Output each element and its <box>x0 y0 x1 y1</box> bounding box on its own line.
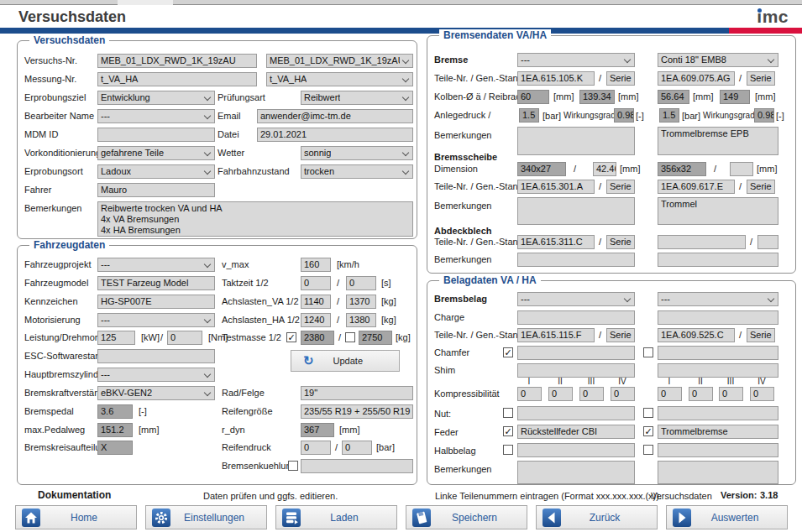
kolben-input-ha-2[interactable]: 149 <box>720 90 750 104</box>
erprobungsziel-select[interactable]: Entwicklung <box>97 91 215 105</box>
dimension-input-ha-1[interactable]: 356x32 <box>658 162 706 176</box>
mdm-id-input[interactable] <box>97 128 215 142</box>
bl-teile-serie-ha[interactable]: Serie <box>747 328 775 342</box>
kompressibilitaet-input-va-2[interactable]: 0 <box>548 387 573 401</box>
nut-input-ha[interactable] <box>658 406 778 420</box>
reifendruck-input-1[interactable]: 0 <box>301 441 331 455</box>
datei-input[interactable]: 29.01.2021 <box>257 128 413 142</box>
bemerkungen-textarea[interactable]: Reibwerte trocken VA und HA 4x VA Bremsu… <box>97 201 413 237</box>
anlegedruck-input-ha[interactable]: 1.5 <box>659 108 679 123</box>
chamfer-input-va[interactable] <box>517 346 635 360</box>
halbbelag-input-ha[interactable] <box>658 443 778 457</box>
motorisierung-select[interactable]: --- <box>97 313 215 327</box>
esc-input[interactable] <box>97 349 215 363</box>
wetter-select[interactable]: sonnig <box>301 146 413 160</box>
teile2-serie-ha[interactable]: Serie <box>747 180 775 194</box>
bl-teile-serie-va[interactable]: Serie <box>606 328 635 342</box>
chamfer-checkbox-va[interactable]: ✓ <box>503 347 513 357</box>
messung-nr-select[interactable]: t_VA_HA <box>266 72 413 86</box>
chamfer-checkbox-ha[interactable] <box>643 347 653 357</box>
fahrer-input[interactable]: Mauro <box>97 183 215 197</box>
bremse-select-va[interactable]: --- <box>517 53 635 67</box>
speichern-button[interactable]: Speichern <box>406 505 527 529</box>
teile1-serie-va[interactable]: Serie <box>606 71 635 86</box>
charge-input-va[interactable] <box>517 310 635 325</box>
teile1-serie-ha[interactable]: Serie <box>747 71 775 86</box>
teile3-serie-ha[interactable] <box>757 235 778 249</box>
teile3-serie-va[interactable]: Serie <box>606 235 635 249</box>
testmasse-input-2[interactable]: 2750 <box>359 331 392 345</box>
erprobungsort-select[interactable]: Ladoux <box>97 164 215 179</box>
bremsenkuehlung-checkbox[interactable] <box>288 461 298 471</box>
kolben-input-va-1[interactable]: 60 <box>517 90 549 104</box>
teile2-input-va[interactable]: 1EA.615.301.A <box>517 180 595 194</box>
kompressibilitaet-input-ha-2[interactable]: 0 <box>689 387 713 401</box>
testmasse-checkbox-1[interactable]: ✓ <box>286 332 296 342</box>
shim-input-va[interactable] <box>517 363 635 378</box>
nut-checkbox-ha[interactable] <box>643 408 653 418</box>
fahrzeugmodel-input[interactable]: TEST Farzeug Model <box>97 276 215 290</box>
update-button[interactable]: ↻ Update <box>291 350 400 372</box>
bd-bemerkungen3-input-va[interactable] <box>517 253 635 267</box>
bremsbelag-select-va[interactable]: --- <box>517 292 635 306</box>
kompressibilitaet-input-ha-4[interactable]: 0 <box>750 387 774 401</box>
nut-input-va[interactable] <box>517 406 635 420</box>
kompressibilitaet-input-ha-1[interactable]: 0 <box>658 387 682 401</box>
feder-checkbox-ha[interactable]: ✓ <box>643 426 653 436</box>
shim-input-ha[interactable] <box>658 363 778 378</box>
achslasten-va-input-2[interactable]: 1370 <box>346 295 376 309</box>
fahrzeugprojekt-select[interactable]: --- <box>97 258 215 272</box>
vorkonditionierung-select[interactable]: gefahrene Teile <box>97 146 215 160</box>
achslasten-ha-input-1[interactable]: 1240 <box>301 313 331 327</box>
bd-bemerkungen2-textarea-ha[interactable]: Trommel <box>658 197 778 225</box>
charge-input-ha[interactable] <box>658 310 778 325</box>
messung-nr-input[interactable]: t_VA_HA <box>97 72 257 86</box>
bl-bemerkungen-textarea-va[interactable] <box>517 461 635 484</box>
halbbelag-input-va[interactable] <box>517 443 635 457</box>
chamfer-input-ha[interactable] <box>658 346 778 360</box>
email-input[interactable]: anwender@imc-tm.de <box>257 109 413 123</box>
bl-bemerkungen-textarea-ha[interactable] <box>658 461 778 484</box>
bd-bemerkungen1-textarea-ha[interactable]: Trommelbremse EPB <box>658 127 778 155</box>
bremsenkuehlung-input[interactable] <box>301 459 413 473</box>
pruefungsart-select[interactable]: Reibwert <box>301 91 413 105</box>
max-pedalweg-input[interactable]: 151.2 <box>97 423 133 437</box>
halbbelag-checkbox-va[interactable] <box>503 445 513 455</box>
dimension-input-va-2[interactable]: 42.46 <box>593 162 616 176</box>
bremse-select-ha[interactable]: Conti 18" EMB8 <box>658 53 778 67</box>
testmasse-input-1[interactable]: 2380 <box>301 331 334 345</box>
teile2-serie-va[interactable]: Serie <box>606 180 635 194</box>
kompressibilitaet-input-va-4[interactable]: 0 <box>611 387 635 401</box>
testmasse-checkbox-2[interactable] <box>345 332 355 342</box>
feder-checkbox-va[interactable]: ✓ <box>503 426 513 436</box>
einstellungen-button[interactable]: Einstellungen <box>145 505 267 529</box>
anlegedruck-input-va[interactable]: 1.5 <box>519 108 539 123</box>
kompressibilitaet-input-va-3[interactable]: 0 <box>579 387 604 401</box>
auswerten-button[interactable]: Auswerten <box>666 505 788 529</box>
wirkungsgrad-input-va[interactable]: 0.98 <box>614 108 634 123</box>
dimension-input-va-1[interactable]: 340x27 <box>517 162 566 176</box>
taktzeit-input-2[interactable]: 0 <box>346 276 376 290</box>
hauptbremszylinder-select[interactable]: --- <box>97 368 215 382</box>
bl-teile-input-va[interactable]: 1EA.615.115.F <box>517 328 595 342</box>
teile3-input-ha[interactable] <box>658 235 746 249</box>
leistung-input-2[interactable]: 0 <box>167 331 202 345</box>
teile1-input-ha[interactable]: 1EA.609.075.AG <box>658 71 735 86</box>
bremskraftverstaerker-select[interactable]: eBKV-GEN2 <box>97 386 215 400</box>
achslasten-va-input-1[interactable]: 1140 <box>301 295 331 309</box>
kolben-input-ha-1[interactable]: 56.64 <box>658 90 689 104</box>
kolben-input-va-2[interactable]: 139.34 <box>579 90 615 104</box>
laden-button[interactable]: Laden <box>275 505 397 529</box>
feder-input-va[interactable]: Rückstellfeder CBI <box>517 425 635 439</box>
bremsbelag-select-ha[interactable]: --- <box>658 292 778 306</box>
bremskreisaufteilung-input[interactable]: X <box>97 441 133 455</box>
teile2-input-ha[interactable]: 1EA.609.617.E <box>658 180 735 194</box>
taktzeit-input-1[interactable]: 0 <box>301 276 331 290</box>
kompressibilitaet-input-va-1[interactable]: 0 <box>517 387 542 401</box>
v-max-input[interactable]: 160 <box>301 258 331 272</box>
bl-teile-input-ha[interactable]: 1EA.609.525.C <box>658 328 735 342</box>
versuchs-nr-input[interactable]: MEB_01_LDX_RWD_1K_19zAU <box>97 54 257 68</box>
halbbelag-checkbox-ha[interactable] <box>643 445 653 455</box>
bd-bemerkungen3-input-ha[interactable] <box>658 253 778 267</box>
kompressibilitaet-input-ha-3[interactable]: 0 <box>719 387 743 401</box>
